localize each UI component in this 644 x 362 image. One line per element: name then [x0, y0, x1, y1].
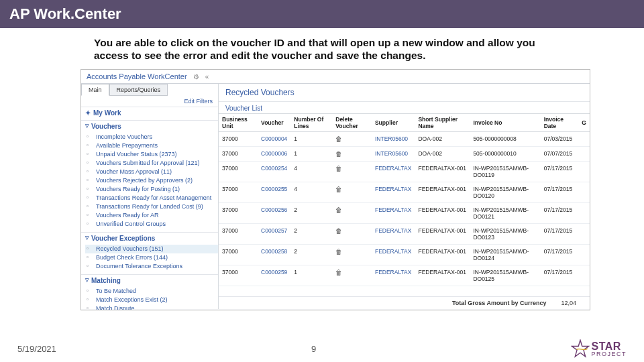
supplier-link[interactable]: FEDERALTAX: [372, 202, 415, 223]
screenshot-panel: Accounts Payable WorkCenter ⚙ « Main Rep…: [80, 69, 590, 310]
doc-icon: ▫: [87, 186, 93, 192]
voucher-id-link[interactable]: C0000259: [258, 265, 290, 286]
col-voucher[interactable]: Voucher: [258, 113, 290, 131]
col-invdt[interactable]: Invoice Date: [541, 113, 579, 131]
star-icon: [571, 339, 590, 358]
voucher-list-title: Voucher List: [219, 101, 590, 113]
voucher-id-link[interactable]: C0000004: [258, 131, 290, 146]
sidebar-item-label: To Be Matched: [96, 288, 136, 294]
collapse-icon[interactable]: «: [205, 73, 209, 80]
voucher-id-link[interactable]: C0000006: [258, 146, 290, 161]
sidebar-tabs: Main Reports/Queries: [81, 84, 218, 96]
supplier-link[interactable]: FEDERALTAX: [372, 161, 415, 182]
mywork-header[interactable]: ✦ My Work: [81, 107, 218, 119]
sidebar-item[interactable]: ▫Voucher Mass Approval (11): [85, 168, 218, 176]
trash-icon[interactable]: 🗑: [335, 135, 342, 143]
cell-invno: IN-WP201515AMWD-DO0124: [470, 244, 540, 265]
col-delete[interactable]: Delete Voucher: [332, 113, 372, 131]
sidebar-item[interactable]: ▫Vouchers Ready for AR: [85, 211, 218, 220]
sidebar-item-label: Match Exceptions Exist (2): [96, 296, 168, 303]
gear-icon[interactable]: ⚙: [193, 73, 199, 80]
sidebar-item-label: Vouchers Submitted for Approval (121): [96, 160, 200, 166]
doc-icon: ▫: [87, 203, 93, 209]
cell-lines: 1: [290, 131, 332, 146]
cell-short: DOA-002: [415, 146, 470, 161]
edit-filters-link[interactable]: Edit Filters: [81, 96, 218, 107]
group-exceptions[interactable]: ▽ Voucher Exceptions: [81, 232, 218, 244]
trash-icon[interactable]: 🗑: [335, 206, 342, 214]
supplier-link[interactable]: INTER05600: [372, 131, 415, 146]
trash-icon[interactable]: 🗑: [335, 186, 342, 193]
sidebar-item[interactable]: ▫To Be Matched: [85, 287, 218, 296]
cell-delete: 🗑: [332, 223, 372, 244]
cell-short: FEDERALTAX-001: [415, 202, 470, 223]
trash-icon[interactable]: 🗑: [335, 165, 342, 172]
supplier-link[interactable]: INTER05600: [372, 146, 415, 161]
sidebar-item[interactable]: ▫Vouchers Ready for Posting (1): [85, 185, 218, 194]
trash-icon[interactable]: 🗑: [335, 150, 342, 158]
trash-icon[interactable]: 🗑: [335, 227, 342, 235]
cell-delete: 🗑: [332, 182, 372, 202]
doc-icon: ▫: [87, 177, 93, 183]
supplier-link[interactable]: FEDERALTAX: [372, 265, 415, 286]
sidebar-item[interactable]: ▫Recycled Vouchers (151): [85, 245, 218, 253]
col-supplier[interactable]: Supplier: [372, 113, 415, 131]
sidebar-item[interactable]: ▫Vouchers Rejected by Approvers (2): [85, 176, 218, 185]
cell-gross: [578, 265, 590, 286]
sidebar-item[interactable]: ▫Document Tolerance Exceptions: [85, 262, 218, 271]
table-row: 37000C00000061🗑INTER05600DOA-002505-0000…: [219, 146, 590, 161]
table-row: 37000C00002554🗑FEDERALTAXFEDERALTAX-001I…: [219, 182, 590, 202]
voucher-id-link[interactable]: C0000258: [258, 244, 290, 265]
doc-icon: ▫: [87, 245, 93, 251]
cell-invno: 505-0000000010: [470, 146, 540, 161]
cell-invno: IN-WP201515AMWB-DO0125: [470, 265, 540, 286]
tab-main[interactable]: Main: [81, 84, 109, 96]
cell-bu: 37000: [219, 146, 258, 161]
doc-icon: ▫: [87, 263, 93, 269]
col-gross[interactable]: G: [578, 113, 590, 131]
cell-bu: 37000: [219, 161, 258, 182]
cell-gross: [578, 146, 590, 161]
cell-gross: [578, 161, 590, 182]
supplier-link[interactable]: FEDERALTAX: [372, 244, 415, 265]
voucher-id-link[interactable]: C0000254: [258, 161, 290, 182]
sidebar-item[interactable]: ▫Transactions Ready for Asset Management: [85, 194, 218, 202]
voucher-id-link[interactable]: C0000256: [258, 202, 290, 223]
cell-bu: 37000: [219, 202, 258, 223]
sidebar-item[interactable]: ▫Match Dispute: [85, 304, 218, 310]
sidebar-item[interactable]: ▫Vouchers Submitted for Approval (121): [85, 159, 218, 168]
cell-short: DOA-002: [415, 131, 470, 146]
cell-bu: 37000: [219, 265, 258, 286]
voucher-id-link[interactable]: C0000255: [258, 182, 290, 202]
sidebar-item[interactable]: ▫Available Prepayments: [85, 141, 218, 150]
col-short[interactable]: Short Supplier Name: [415, 113, 470, 131]
trash-icon[interactable]: 🗑: [335, 269, 342, 276]
tab-reports[interactable]: Reports/Queries: [109, 84, 168, 96]
trash-icon[interactable]: 🗑: [335, 248, 342, 255]
col-bu[interactable]: Business Unit: [219, 113, 258, 131]
sidebar-item[interactable]: ▫Match Exceptions Exist (2): [85, 296, 218, 304]
sidebar-item[interactable]: ▫Incomplete Vouchers: [85, 133, 218, 141]
sidebar-item-label: Transactions Ready for Landed Cost (9): [96, 203, 203, 210]
voucher-id-link[interactable]: C0000257: [258, 223, 290, 244]
star-icon: ✦: [85, 109, 91, 117]
supplier-link[interactable]: FEDERALTAX: [372, 182, 415, 202]
table-row: 37000C00002562🗑FEDERALTAXFEDERALTAX-001I…: [219, 202, 590, 223]
supplier-link[interactable]: FEDERALTAX: [372, 223, 415, 244]
group-matching[interactable]: ▽ Matching: [81, 274, 218, 286]
col-invno[interactable]: Invoice No: [470, 113, 540, 131]
sidebar-item[interactable]: ▫Transactions Ready for Landed Cost (9): [85, 202, 218, 211]
cell-gross: [578, 223, 590, 244]
sidebar-item[interactable]: ▫Unpaid Voucher Status (2373): [85, 150, 218, 159]
group-vouchers[interactable]: ▽ Vouchers: [81, 120, 218, 132]
brand-logo: STAR PROJECT: [571, 339, 627, 358]
chevron-down-icon: ▽: [85, 123, 89, 129]
left-sidebar: Main Reports/Queries Edit Filters ✦ My W…: [81, 84, 219, 309]
sidebar-item[interactable]: ▫Unverified Control Groups: [85, 220, 218, 229]
col-lines[interactable]: Number Of Lines: [290, 113, 332, 131]
cell-lines: 4: [290, 182, 332, 202]
sidebar-item[interactable]: ▫Budget Check Errors (144): [85, 253, 218, 262]
cell-invdt: 07/07/2015: [541, 146, 579, 161]
table-row: 37000C00002544🗑FEDERALTAXFEDERALTAX-001I…: [219, 161, 590, 182]
cell-bu: 37000: [219, 244, 258, 265]
